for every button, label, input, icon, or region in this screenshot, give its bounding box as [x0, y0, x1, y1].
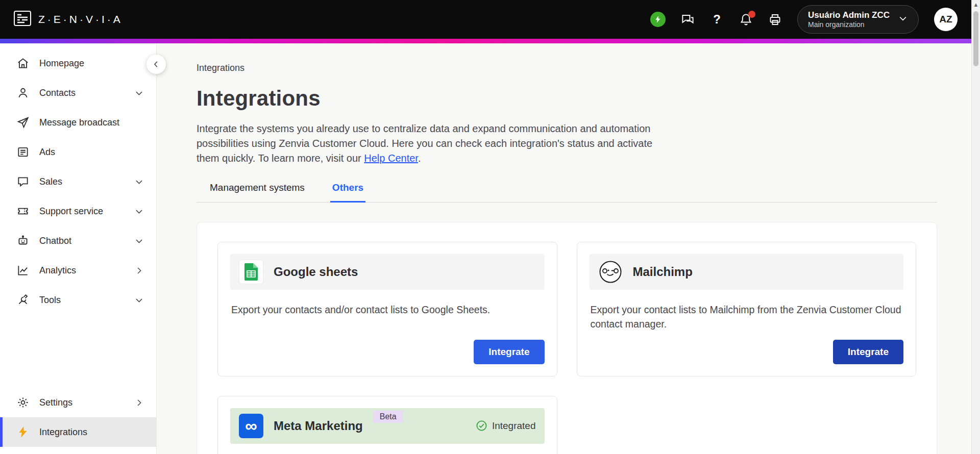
- meta-icon: ∞: [239, 414, 263, 438]
- mailchimp-icon: [598, 260, 623, 284]
- sidebar: Homepage Contacts Message broadcast: [0, 43, 157, 454]
- sidebar-item-label: Contacts: [39, 88, 76, 98]
- printer-icon[interactable]: [768, 13, 782, 27]
- integrations-panel: Google sheets Export your contacts and/o…: [197, 222, 937, 454]
- chevron-right-icon: [134, 398, 144, 408]
- tab-bar: Management systems Others: [197, 181, 937, 203]
- sidebar-item-label: Sales: [39, 176, 62, 187]
- tab-others[interactable]: Others: [330, 181, 365, 203]
- chevron-right-icon: [134, 266, 144, 275]
- sidebar-item-contacts[interactable]: Contacts: [0, 78, 156, 108]
- home-icon: [16, 57, 30, 70]
- page-description: Integrate the systems you already use to…: [197, 121, 674, 166]
- sidebar-item-label: Chatbot: [39, 236, 71, 246]
- avatar[interactable]: AZ: [934, 8, 958, 31]
- sidebar-item-sales[interactable]: Sales: [0, 167, 156, 196]
- status-boost-icon[interactable]: [650, 12, 666, 27]
- scrollbar-up-arrow[interactable]: ▲: [972, 2, 980, 8]
- integration-card-google-sheets: Google sheets Export your contacts and/o…: [217, 242, 557, 376]
- card-description: Connecting with Meta Marketing in Zenvia…: [230, 444, 545, 454]
- chevron-down-icon: [134, 236, 144, 246]
- card-description: Export your contacts and/or contact list…: [230, 290, 545, 317]
- page-title: Integrations: [197, 86, 937, 111]
- main-content: Integrations Integrations Integrate the …: [157, 43, 980, 454]
- integrate-button-mailchimp[interactable]: Integrate: [833, 340, 903, 364]
- top-header: Z·E·N·V·I·A ?: [0, 0, 980, 39]
- sidebar-item-ads[interactable]: Ads: [0, 137, 156, 167]
- send-icon: [16, 116, 30, 129]
- account-name: Usuário Admin ZCC: [808, 10, 890, 20]
- sidebar-item-support-service[interactable]: Support service: [0, 196, 156, 226]
- header-actions: ? Usuário Admin ZCC Main organizati: [650, 5, 958, 34]
- sidebar-item-integrations[interactable]: Integrations: [0, 417, 156, 447]
- help-icon[interactable]: ?: [710, 13, 724, 27]
- card-header: ∞ Meta Marketing Beta Integrated: [230, 408, 545, 444]
- card-title: Mailchimp: [633, 265, 693, 279]
- line-chart-icon: [16, 264, 30, 277]
- chevron-down-icon: [898, 13, 908, 26]
- chat-bubble-icon: [16, 175, 30, 188]
- sidebar-item-label: Tools: [39, 295, 61, 306]
- sidebar-item-chatbot[interactable]: Chatbot: [0, 226, 156, 256]
- help-center-link[interactable]: Help Center: [364, 153, 418, 164]
- google-sheets-icon: [239, 260, 263, 284]
- integration-card-mailchimp: Mailchimp Export your contact lists to M…: [577, 242, 917, 376]
- integrated-status-label: Integrated: [492, 420, 536, 432]
- beta-badge: Beta: [373, 411, 403, 423]
- card-title: Google sheets: [274, 265, 358, 279]
- description-text: Integrate the systems you already use to…: [197, 123, 652, 164]
- brand-gradient-bar: [0, 39, 980, 43]
- card-title: Meta Marketing: [274, 419, 363, 433]
- window-scrollbar[interactable]: ▲: [971, 0, 980, 454]
- newspaper-icon: [16, 145, 30, 159]
- chevron-down-icon: [134, 207, 144, 216]
- notifications-bell-icon[interactable]: [739, 13, 753, 27]
- account-menu[interactable]: Usuário Admin ZCC Main organization: [797, 5, 919, 34]
- account-organization: Main organization: [808, 20, 890, 30]
- tab-management-systems[interactable]: Management systems: [208, 181, 307, 203]
- sidebar-item-label: Support service: [39, 206, 103, 217]
- card-header: Mailchimp: [590, 254, 904, 290]
- scrollbar-thumb[interactable]: [973, 11, 978, 66]
- card-header: Google sheets: [230, 254, 545, 290]
- sidebar-item-message-broadcast[interactable]: Message broadcast: [0, 108, 156, 137]
- zenvia-logo-icon: [13, 10, 32, 29]
- lightning-icon: [16, 425, 30, 439]
- description-suffix: .: [418, 153, 421, 164]
- sidebar-item-tools[interactable]: Tools: [0, 285, 156, 315]
- card-description: Export your contact lists to Mailchimp f…: [590, 290, 904, 332]
- sidebar-item-label: Analytics: [39, 265, 76, 276]
- card-footer: Integrate: [590, 332, 904, 364]
- integration-cards-grid: Google sheets Export your contacts and/o…: [217, 242, 916, 454]
- integrated-status: Integrated: [476, 420, 536, 432]
- brand-name: Z·E·N·V·I·A: [38, 13, 123, 26]
- chevron-down-icon: [134, 177, 144, 187]
- integrate-button-google-sheets[interactable]: Integrate: [474, 340, 544, 364]
- breadcrumb: Integrations: [197, 63, 937, 73]
- chevron-down-icon: [134, 88, 144, 98]
- check-circle-icon: [476, 420, 487, 432]
- sidebar-item-settings[interactable]: Settings: [0, 388, 156, 417]
- sidebar-item-label: Homepage: [39, 58, 84, 69]
- sidebar-item-label: Settings: [39, 397, 72, 408]
- integration-card-meta-marketing: ∞ Meta Marketing Beta Integrated Connect…: [217, 396, 557, 454]
- sidebar-collapse-button[interactable]: [146, 55, 166, 74]
- sidebar-item-label: Ads: [39, 147, 55, 158]
- robot-icon: [16, 234, 30, 247]
- conversations-icon[interactable]: [681, 13, 695, 27]
- sidebar-item-homepage[interactable]: Homepage: [0, 48, 156, 78]
- chevron-down-icon: [134, 295, 144, 305]
- sidebar-spacer: [0, 315, 156, 388]
- sidebar-item-label: Integrations: [39, 427, 87, 438]
- sidebar-item-label: Message broadcast: [39, 117, 119, 128]
- sidebar-item-analytics[interactable]: Analytics: [0, 256, 156, 285]
- notification-badge: [748, 11, 755, 18]
- card-footer: Integrate: [230, 332, 545, 364]
- zenvia-logo[interactable]: Z·E·N·V·I·A: [13, 10, 123, 29]
- ticket-icon: [16, 205, 30, 218]
- content-area: Homepage Contacts Message broadcast: [0, 43, 980, 454]
- tools-icon: [16, 293, 30, 307]
- gear-icon: [16, 396, 30, 409]
- contacts-icon: [16, 86, 30, 99]
- app-root: Z·E·N·V·I·A ?: [0, 0, 980, 454]
